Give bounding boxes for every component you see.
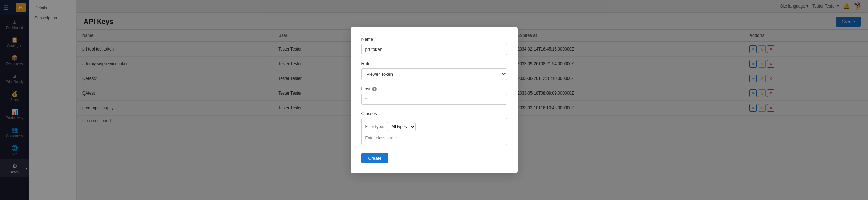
name-label: Name	[361, 37, 507, 42]
role-select[interactable]: Viewer Token Admin Token Editor Token	[361, 68, 507, 80]
create-api-key-modal: Name Role Viewer Token Admin Token Edito…	[351, 27, 518, 173]
name-input[interactable]	[361, 44, 507, 55]
filter-type-label: Filter type:	[365, 124, 384, 129]
name-field-group: Name	[361, 37, 507, 55]
host-field-group: Host i	[361, 86, 507, 105]
modal-create-button[interactable]: Create	[361, 153, 388, 163]
filter-type-select[interactable]: All types Include Exclude	[387, 122, 416, 131]
classes-field-group: Classes Filter type: All types Include E…	[361, 111, 507, 145]
classes-label: Classes	[361, 111, 507, 116]
modal-overlay[interactable]: Name Role Viewer Token Admin Token Edito…	[0, 0, 868, 200]
role-label: Role	[361, 61, 507, 66]
host-label: Host i	[361, 86, 507, 91]
host-info-icon: i	[372, 87, 377, 91]
filter-type-row: Filter type: All types Include Exclude	[365, 122, 503, 131]
classes-box: Filter type: All types Include Exclude	[361, 118, 507, 145]
class-name-input[interactable]	[365, 134, 503, 142]
host-input[interactable]	[361, 94, 507, 105]
role-field-group: Role Viewer Token Admin Token Editor Tok…	[361, 61, 507, 80]
